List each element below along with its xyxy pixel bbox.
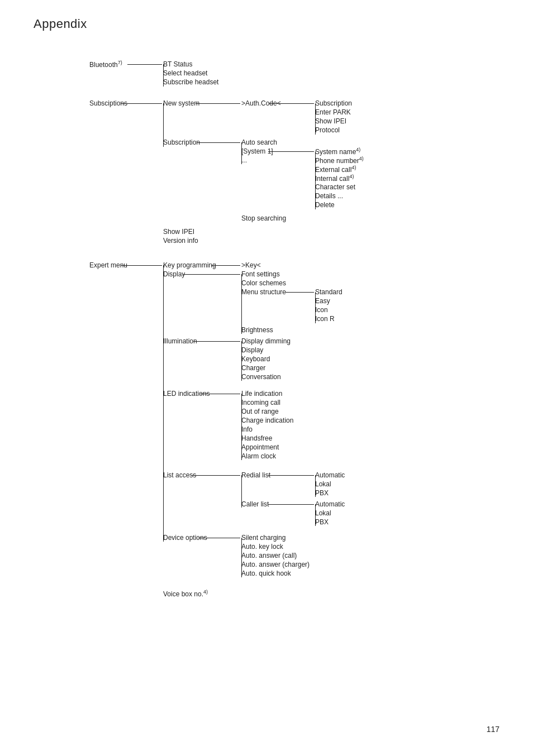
page-number: 117 <box>487 725 499 734</box>
page-title: Appendix <box>0 0 533 42</box>
alarm-clock-node: Alarm clock <box>241 451 276 461</box>
subscribe-headset-node: Subscribe headset <box>163 77 218 87</box>
pbx1-node: PBX <box>315 488 329 498</box>
brightness-node: Brightness <box>241 325 273 335</box>
voice-box-node: Voice box no.4) <box>163 588 208 599</box>
redial-list-node: Redial list <box>241 470 270 480</box>
auto-quick-hook-node: Auto. quick hook <box>241 568 291 578</box>
icon-r-node: Icon R <box>315 314 335 324</box>
pbx2-node: PBX <box>315 517 329 527</box>
illumination-node: Illumination <box>163 336 197 346</box>
menu-structure-node: Menu structure <box>241 287 286 297</box>
conversation-node: Conversation <box>241 372 281 382</box>
protocol-node: Protocol <box>315 125 340 135</box>
display-node: Display <box>163 269 185 279</box>
ellipsis-node: ... <box>241 155 247 165</box>
new-system-node: New system <box>163 98 199 108</box>
stop-searching-node: Stop searching <box>241 213 286 223</box>
version-info-node: Version info <box>163 236 198 246</box>
subscription-node: Subscription <box>163 137 200 147</box>
delete-node: Delete <box>315 200 335 210</box>
bluetooth-node: Bluetooth7) <box>89 59 122 70</box>
caller-list-node: Caller list <box>241 499 269 509</box>
